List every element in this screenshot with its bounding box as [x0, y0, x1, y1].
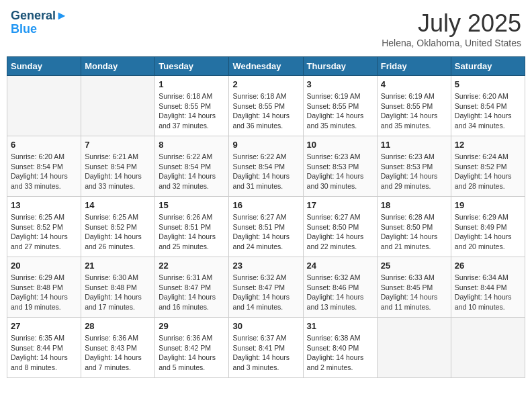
weekday-header-row: SundayMondayTuesdayWednesdayThursdayFrid… — [7, 57, 525, 76]
calendar-cell: 18Sunrise: 6:28 AM Sunset: 8:50 PM Dayli… — [377, 197, 451, 257]
day-number: 28 — [85, 321, 151, 331]
calendar-cell: 11Sunrise: 6:23 AM Sunset: 8:53 PM Dayli… — [377, 136, 451, 197]
day-number: 1 — [159, 79, 225, 89]
weekday-header: Friday — [377, 57, 451, 76]
cell-info: Sunrise: 6:20 AM Sunset: 8:54 PM Dayligh… — [11, 152, 77, 191]
calendar-cell: 5Sunrise: 6:20 AM Sunset: 8:54 PM Daylig… — [451, 76, 525, 136]
calendar-cell: 7Sunrise: 6:21 AM Sunset: 8:54 PM Daylig… — [81, 136, 155, 197]
day-number: 20 — [11, 261, 77, 271]
calendar-cell: 14Sunrise: 6:25 AM Sunset: 8:52 PM Dayli… — [81, 197, 155, 257]
cell-info: Sunrise: 6:26 AM Sunset: 8:51 PM Dayligh… — [159, 212, 225, 252]
calendar-cell: 29Sunrise: 6:36 AM Sunset: 8:42 PM Dayli… — [155, 318, 229, 378]
day-number: 23 — [232, 261, 299, 271]
calendar-table: SundayMondayTuesdayWednesdayThursdayFrid… — [7, 56, 525, 378]
cell-info: Sunrise: 6:30 AM Sunset: 8:48 PM Dayligh… — [85, 273, 151, 312]
day-number: 10 — [307, 140, 373, 150]
weekday-header: Tuesday — [155, 57, 229, 76]
calendar-cell: 13Sunrise: 6:25 AM Sunset: 8:52 PM Dayli… — [7, 197, 81, 257]
cell-info: Sunrise: 6:37 AM Sunset: 8:41 PM Dayligh… — [232, 333, 299, 373]
cell-info: Sunrise: 6:18 AM Sunset: 8:55 PM Dayligh… — [232, 91, 299, 131]
day-number: 16 — [232, 200, 299, 210]
calendar-week-row: 13Sunrise: 6:25 AM Sunset: 8:52 PM Dayli… — [7, 197, 525, 257]
weekday-header: Saturday — [451, 57, 525, 76]
cell-info: Sunrise: 6:24 AM Sunset: 8:52 PM Dayligh… — [455, 152, 521, 191]
cell-info: Sunrise: 6:29 AM Sunset: 8:49 PM Dayligh… — [455, 212, 521, 252]
calendar-cell: 26Sunrise: 6:34 AM Sunset: 8:44 PM Dayli… — [451, 257, 525, 318]
cell-info: Sunrise: 6:21 AM Sunset: 8:54 PM Dayligh… — [85, 152, 151, 191]
day-number: 30 — [232, 321, 299, 331]
cell-info: Sunrise: 6:27 AM Sunset: 8:50 PM Dayligh… — [307, 212, 373, 252]
calendar-cell: 16Sunrise: 6:27 AM Sunset: 8:51 PM Dayli… — [229, 197, 303, 257]
logo-text: General► — [11, 9, 68, 23]
calendar-cell: 30Sunrise: 6:37 AM Sunset: 8:41 PM Dayli… — [229, 318, 303, 378]
calendar-cell: 4Sunrise: 6:19 AM Sunset: 8:55 PM Daylig… — [377, 76, 451, 136]
day-number: 3 — [307, 79, 373, 89]
calendar-cell: 24Sunrise: 6:32 AM Sunset: 8:46 PM Dayli… — [303, 257, 377, 318]
page-header: General► Blue July 2025 Helena, Oklahoma… — [7, 7, 525, 51]
calendar-cell: 25Sunrise: 6:33 AM Sunset: 8:45 PM Dayli… — [377, 257, 451, 318]
logo-blue: Blue — [11, 23, 68, 35]
cell-info: Sunrise: 6:22 AM Sunset: 8:54 PM Dayligh… — [159, 152, 225, 191]
cell-info: Sunrise: 6:19 AM Sunset: 8:55 PM Dayligh… — [381, 91, 447, 131]
calendar-cell: 15Sunrise: 6:26 AM Sunset: 8:51 PM Dayli… — [155, 197, 229, 257]
day-number: 2 — [232, 79, 299, 89]
cell-info: Sunrise: 6:22 AM Sunset: 8:54 PM Dayligh… — [232, 152, 299, 191]
day-number: 24 — [307, 261, 373, 271]
day-number: 5 — [455, 79, 521, 89]
cell-info: Sunrise: 6:27 AM Sunset: 8:51 PM Dayligh… — [232, 212, 299, 252]
cell-info: Sunrise: 6:23 AM Sunset: 8:53 PM Dayligh… — [381, 152, 447, 191]
day-number: 27 — [11, 321, 77, 331]
calendar-cell: 6Sunrise: 6:20 AM Sunset: 8:54 PM Daylig… — [7, 136, 81, 197]
cell-info: Sunrise: 6:19 AM Sunset: 8:55 PM Dayligh… — [307, 91, 373, 131]
calendar-cell — [377, 318, 451, 378]
weekday-header: Monday — [81, 57, 155, 76]
day-number: 18 — [381, 200, 447, 210]
calendar-week-row: 27Sunrise: 6:35 AM Sunset: 8:44 PM Dayli… — [7, 318, 525, 378]
weekday-header: Wednesday — [229, 57, 303, 76]
weekday-header: Thursday — [303, 57, 377, 76]
calendar-cell: 2Sunrise: 6:18 AM Sunset: 8:55 PM Daylig… — [229, 76, 303, 136]
calendar-cell: 10Sunrise: 6:23 AM Sunset: 8:53 PM Dayli… — [303, 136, 377, 197]
cell-info: Sunrise: 6:36 AM Sunset: 8:42 PM Dayligh… — [159, 333, 225, 373]
calendar-week-row: 1Sunrise: 6:18 AM Sunset: 8:55 PM Daylig… — [7, 76, 525, 136]
logo: General► Blue — [11, 9, 68, 35]
calendar-week-row: 20Sunrise: 6:29 AM Sunset: 8:48 PM Dayli… — [7, 257, 525, 318]
cell-info: Sunrise: 6:33 AM Sunset: 8:45 PM Dayligh… — [381, 273, 447, 312]
cell-info: Sunrise: 6:34 AM Sunset: 8:44 PM Dayligh… — [455, 273, 521, 312]
cell-info: Sunrise: 6:32 AM Sunset: 8:46 PM Dayligh… — [307, 273, 373, 312]
calendar-cell: 9Sunrise: 6:22 AM Sunset: 8:54 PM Daylig… — [229, 136, 303, 197]
cell-info: Sunrise: 6:29 AM Sunset: 8:48 PM Dayligh… — [11, 273, 77, 312]
day-number: 4 — [381, 79, 447, 89]
cell-info: Sunrise: 6:20 AM Sunset: 8:54 PM Dayligh… — [455, 91, 521, 131]
day-number: 29 — [159, 321, 225, 331]
calendar-cell: 17Sunrise: 6:27 AM Sunset: 8:50 PM Dayli… — [303, 197, 377, 257]
day-number: 15 — [159, 200, 225, 210]
calendar-cell — [451, 318, 525, 378]
day-number: 7 — [85, 140, 151, 150]
calendar-cell: 31Sunrise: 6:38 AM Sunset: 8:40 PM Dayli… — [303, 318, 377, 378]
calendar-cell: 27Sunrise: 6:35 AM Sunset: 8:44 PM Dayli… — [7, 318, 81, 378]
day-number: 8 — [159, 140, 225, 150]
calendar-cell: 12Sunrise: 6:24 AM Sunset: 8:52 PM Dayli… — [451, 136, 525, 197]
day-number: 9 — [232, 140, 299, 150]
day-number: 31 — [307, 321, 373, 331]
day-number: 19 — [455, 200, 521, 210]
calendar-cell: 21Sunrise: 6:30 AM Sunset: 8:48 PM Dayli… — [81, 257, 155, 318]
calendar-cell: 8Sunrise: 6:22 AM Sunset: 8:54 PM Daylig… — [155, 136, 229, 197]
weekday-header: Sunday — [7, 57, 81, 76]
title-block: July 2025 Helena, Oklahoma, United State… — [382, 9, 521, 48]
day-number: 11 — [381, 140, 447, 150]
calendar-cell: 22Sunrise: 6:31 AM Sunset: 8:47 PM Dayli… — [155, 257, 229, 318]
day-number: 6 — [11, 140, 77, 150]
calendar-cell — [7, 76, 81, 136]
day-number: 17 — [307, 200, 373, 210]
cell-info: Sunrise: 6:18 AM Sunset: 8:55 PM Dayligh… — [159, 91, 225, 131]
calendar-week-row: 6Sunrise: 6:20 AM Sunset: 8:54 PM Daylig… — [7, 136, 525, 197]
cell-info: Sunrise: 6:31 AM Sunset: 8:47 PM Dayligh… — [159, 273, 225, 312]
day-number: 13 — [11, 200, 77, 210]
cell-info: Sunrise: 6:25 AM Sunset: 8:52 PM Dayligh… — [85, 212, 151, 252]
month-title: July 2025 — [382, 9, 521, 38]
cell-info: Sunrise: 6:28 AM Sunset: 8:50 PM Dayligh… — [381, 212, 447, 252]
calendar-cell: 1Sunrise: 6:18 AM Sunset: 8:55 PM Daylig… — [155, 76, 229, 136]
cell-info: Sunrise: 6:25 AM Sunset: 8:52 PM Dayligh… — [11, 212, 77, 252]
